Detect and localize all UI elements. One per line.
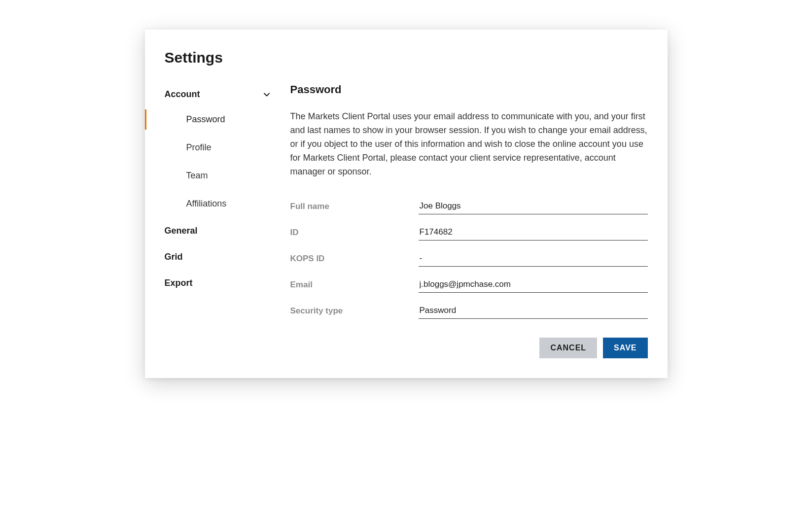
field-label: ID xyxy=(290,228,419,241)
field-row-email: Email xyxy=(290,276,648,293)
kopsid-input[interactable] xyxy=(419,250,648,267)
email-input[interactable] xyxy=(419,276,648,293)
sidebar-sublist-account: Password Profile Team Affiliations xyxy=(145,105,271,218)
sidebar-item-team[interactable]: Team xyxy=(145,162,271,190)
save-button[interactable]: SAVE xyxy=(603,338,647,358)
content-wrapper: Account Password Profile Team Affiliatio… xyxy=(165,83,648,358)
page-title: Settings xyxy=(165,49,648,66)
securitytype-input[interactable] xyxy=(419,303,648,319)
field-row-id: ID xyxy=(290,224,648,241)
field-row-fullname: Full name xyxy=(290,198,648,214)
section-title: Password xyxy=(290,83,648,96)
sidebar-item-profile[interactable]: Profile xyxy=(145,134,271,162)
cancel-button[interactable]: CANCEL xyxy=(539,338,597,358)
field-row-kopsid: KOPS ID xyxy=(290,250,648,267)
sidebar-item-affiliations[interactable]: Affiliations xyxy=(145,190,271,218)
fullname-input[interactable] xyxy=(419,198,648,214)
sidebar-item-grid[interactable]: Grid xyxy=(165,244,271,270)
sidebar-item-general[interactable]: General xyxy=(165,218,271,244)
id-input[interactable] xyxy=(419,224,648,241)
sidebar-group-label: Account xyxy=(165,89,200,100)
sidebar-group-account[interactable]: Account xyxy=(165,83,271,105)
settings-sidebar: Account Password Profile Team Affiliatio… xyxy=(165,83,271,358)
section-description: The Markets Client Portal uses your emai… xyxy=(290,110,648,178)
field-label: Email xyxy=(290,280,419,293)
settings-panel: Settings Account Password Profile Team A… xyxy=(145,30,668,378)
chevron-down-icon xyxy=(263,91,271,99)
action-bar: CANCEL SAVE xyxy=(290,338,648,358)
field-label: KOPS ID xyxy=(290,254,419,267)
field-label: Full name xyxy=(290,202,419,214)
field-label: Security type xyxy=(290,306,419,319)
field-row-securitytype: Security type xyxy=(290,303,648,319)
sidebar-item-password[interactable]: Password xyxy=(145,105,271,134)
main-section: Password The Markets Client Portal uses … xyxy=(290,83,648,358)
sidebar-item-export[interactable]: Export xyxy=(165,270,271,296)
